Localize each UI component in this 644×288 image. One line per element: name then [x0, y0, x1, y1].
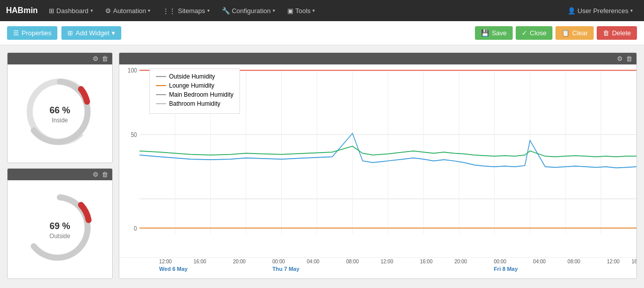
gauge-inside-widget: ⚙ 🗑 66 % Inside — [7, 52, 113, 163]
legend-color-lounge — [156, 85, 166, 86]
chevron-down-icon: ▾ — [148, 8, 150, 13]
svg-text:50: 50 — [131, 131, 137, 138]
time-label-1600: 16:00 — [194, 259, 206, 264]
time-label-0400: 04:00 — [307, 259, 319, 264]
delete-button[interactable]: 🗑 Delete — [597, 26, 637, 40]
nav-automation[interactable]: ⚙ Automation ▾ — [100, 4, 156, 18]
chart-legend: Outside Humidity Lounge Humidity Main Be… — [149, 68, 240, 114]
save-button[interactable]: 💾 Save — [475, 26, 513, 40]
clear-icon: 📋 — [561, 29, 570, 37]
gear-icon[interactable]: ⚙ — [93, 55, 99, 62]
chart-body: Outside Humidity Lounge Humidity Main Be… — [119, 64, 636, 257]
toolbar: ☰ Properties ⊞ Add Widget ▾ 💾 Save ✓ Clo… — [0, 21, 644, 45]
chart-time-axis: 12:00 16:00 20:00 00:00 04:00 08:00 12:0… — [119, 257, 636, 278]
chart-header: ⚙ 🗑 — [119, 53, 636, 64]
chevron-down-icon: ▾ — [273, 8, 275, 13]
legend-label-outside: Outside Humidity — [169, 73, 215, 80]
svg-text:0: 0 — [134, 225, 137, 232]
legend-label-bathroom: Bathroom Humidity — [169, 100, 220, 107]
legend-color-main-bedroom — [156, 94, 166, 95]
chevron-down-icon: ▾ — [91, 8, 93, 13]
gauges-column: ⚙ 🗑 66 % Inside ⚙ — [7, 52, 113, 279]
chevron-down-icon: ▾ — [312, 8, 315, 13]
time-label-1600-thu: 16:00 — [420, 259, 433, 264]
time-label-16: 16: — [631, 259, 637, 264]
svg-text:Inside: Inside — [52, 117, 68, 124]
trash-icon[interactable]: 🗑 — [102, 171, 108, 178]
chevron-down-icon: ▾ — [630, 8, 633, 13]
dashboard-icon: ⊞ — [49, 7, 54, 15]
time-label-2000-thu: 20:00 — [454, 259, 467, 264]
time-label-0400-fri: 04:00 — [533, 259, 546, 264]
delete-icon: 🗑 — [603, 29, 609, 37]
legend-color-bathroom — [156, 103, 166, 104]
save-icon: 💾 — [481, 29, 489, 37]
time-label-0800-fri: 08:00 — [568, 259, 580, 264]
legend-item-main-bedroom: Main Bedroom Humidity — [156, 91, 233, 98]
trash-icon[interactable]: 🗑 — [102, 55, 108, 62]
navbar: HABmin ⊞ Dashboard ▾ ⚙ Automation ▾ ⋮⋮ S… — [0, 0, 644, 21]
legend-item-bathroom: Bathroom Humidity — [156, 100, 233, 107]
gear-icon[interactable]: ⚙ — [617, 55, 623, 62]
add-icon: ⊞ — [67, 29, 73, 37]
chevron-down-icon: ▾ — [207, 8, 210, 13]
time-label-2000: 20:00 — [233, 259, 246, 264]
legend-color-outside — [156, 76, 166, 77]
close-icon: ✓ — [522, 29, 527, 37]
gear-icon[interactable]: ⚙ — [93, 171, 99, 178]
svg-text:100: 100 — [128, 67, 137, 75]
content-area: ⚙ 🗑 66 % Inside ⚙ — [0, 45, 644, 286]
date-label-wed: Wed 6 May — [159, 266, 188, 272]
clear-button[interactable]: 📋 Clear — [555, 26, 594, 40]
time-label-0800: 08:00 — [346, 259, 359, 264]
gauge-inside-header: ⚙ 🗑 — [8, 53, 112, 64]
sitemaps-icon: ⋮⋮ — [163, 7, 176, 15]
nav-dashboard[interactable]: ⊞ Dashboard ▾ — [44, 4, 98, 18]
user-icon: 👤 — [568, 7, 576, 15]
properties-icon: ☰ — [13, 29, 19, 37]
nav-configuration[interactable]: 🔧 Configuration ▾ — [217, 4, 280, 18]
date-label-thu: Thu 7 May — [272, 266, 299, 272]
chart-panel: ⚙ 🗑 Outside Humidity Lounge Humidity Mai… — [119, 52, 637, 279]
gauge-inside-body: 66 % Inside — [8, 64, 112, 159]
close-button[interactable]: ✓ Close — [516, 26, 552, 40]
legend-item-lounge: Lounge Humidity — [156, 82, 233, 89]
gauge-outside-widget: ⚙ 🗑 69 % Outside — [7, 168, 113, 279]
gauge-outside-body: 69 % Outside — [8, 180, 112, 275]
svg-text:69 %: 69 % — [49, 221, 70, 231]
legend-label-lounge: Lounge Humidity — [169, 82, 214, 89]
tools-icon: ▣ — [287, 7, 293, 15]
time-label-1200-thu: 12:00 — [380, 259, 393, 264]
trash-icon[interactable]: 🗑 — [626, 55, 632, 62]
time-label-0000-thu: 00:00 — [272, 259, 285, 264]
gauge-outside-svg: 69 % Outside — [22, 190, 98, 265]
nav-tools[interactable]: ▣ Tools ▾ — [282, 4, 320, 18]
time-label-0000-fri: 00:00 — [494, 259, 506, 264]
chevron-down-icon: ▾ — [112, 29, 115, 37]
time-label-1200-fri: 12:00 — [607, 259, 619, 264]
nav-sitemaps[interactable]: ⋮⋮ Sitemaps ▾ — [157, 4, 214, 18]
gauge-inside-svg: 66 % Inside — [22, 74, 98, 150]
user-preferences-menu[interactable]: 👤 User Preferences ▾ — [562, 4, 638, 18]
configuration-icon: 🔧 — [222, 7, 230, 15]
svg-text:66 %: 66 % — [49, 105, 70, 115]
gauge-outside-header: ⚙ 🗑 — [8, 169, 112, 180]
legend-item-outside: Outside Humidity — [156, 73, 233, 80]
legend-label-main-bedroom: Main Bedroom Humidity — [169, 91, 233, 98]
automation-icon: ⚙ — [105, 7, 111, 15]
svg-text:Outside: Outside — [49, 233, 70, 240]
time-label-1200-wed: 12:00 — [159, 259, 172, 264]
add-widget-button[interactable]: ⊞ Add Widget ▾ — [61, 26, 121, 40]
app-brand: HABmin — [6, 6, 38, 15]
properties-button[interactable]: ☰ Properties — [7, 26, 57, 40]
date-label-fri: Fri 8 May — [494, 266, 518, 272]
